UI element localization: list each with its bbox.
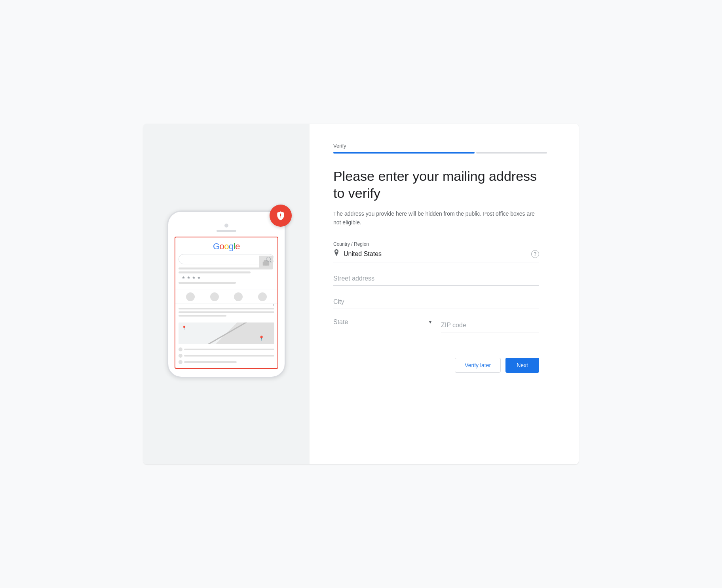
- location-pin-icon: [333, 249, 340, 259]
- page-subtext: The address you provide here will be hid…: [333, 209, 539, 227]
- web-icon-sm: [179, 360, 182, 364]
- main-container: Google: [143, 124, 579, 464]
- phone-mockup: Google: [167, 211, 286, 378]
- share-circle-icon: [258, 292, 267, 301]
- street-address-input[interactable]: [333, 272, 539, 286]
- svg-rect-3: [265, 263, 267, 266]
- progress-segment-inactive: [476, 152, 547, 154]
- phone-speaker: [217, 230, 236, 232]
- map-pin-icon: 📍: [258, 336, 264, 341]
- google-logo: Google: [213, 241, 240, 252]
- help-icon[interactable]: ?: [531, 250, 539, 258]
- info-row-clock: [179, 347, 274, 351]
- city-input[interactable]: [333, 295, 539, 309]
- right-panel: Verify Please enter your mailing address…: [310, 124, 579, 464]
- google-logo-row: Google: [175, 237, 277, 254]
- state-select[interactable]: State ▾: [333, 319, 431, 329]
- info-row-web: [179, 360, 274, 364]
- zip-field: [441, 319, 539, 332]
- progress-section: Verify: [333, 143, 547, 154]
- shield-icon: [276, 211, 286, 221]
- country-value: United States: [344, 250, 531, 258]
- progress-bar: [333, 152, 547, 154]
- shield-badge: [270, 205, 292, 227]
- left-panel: Google: [143, 124, 310, 464]
- page-heading: Please enter your mailing address to ver…: [333, 168, 547, 201]
- button-row: Verify later Next: [333, 358, 539, 373]
- step-label: Verify: [333, 143, 547, 149]
- clock-icon-sm: [179, 347, 182, 351]
- country-label: Country / Region: [333, 241, 539, 247]
- stars-row: ★ ★ ★ ★: [179, 275, 274, 282]
- phone-circle-icon: [186, 292, 195, 301]
- street-field-group: [333, 272, 539, 286]
- phone-screen: Google: [175, 237, 278, 369]
- phone-camera: [224, 224, 228, 228]
- country-field-row: United States ?: [333, 249, 539, 262]
- svg-point-0: [280, 216, 281, 217]
- map-pin-left-icon: 📍: [182, 326, 186, 330]
- chevron-icon: ›: [273, 302, 274, 308]
- zip-input[interactable]: [441, 319, 539, 332]
- state-placeholder: State: [333, 319, 429, 326]
- phone-icon-sm: [179, 354, 182, 358]
- address-form: Country / Region United States ?: [333, 241, 539, 342]
- map-block: 📍 📍: [179, 322, 274, 344]
- search-icon-mockup: [266, 257, 271, 262]
- save-circle-icon: [234, 292, 243, 301]
- progress-segment-active: [333, 152, 475, 154]
- text-block-1: ›: [175, 305, 277, 321]
- state-zip-group: State ▾: [333, 319, 539, 332]
- icon-row: [175, 290, 277, 304]
- city-field-group: [333, 295, 539, 309]
- info-rows: [175, 346, 277, 368]
- directions-circle-icon: [210, 292, 219, 301]
- state-field: State ▾: [333, 319, 431, 332]
- next-button[interactable]: Next: [505, 358, 539, 373]
- info-row-phone: [179, 354, 274, 358]
- verify-later-button[interactable]: Verify later: [455, 358, 501, 373]
- dropdown-arrow-icon: ▾: [429, 319, 431, 325]
- content-lines: ★ ★ ★ ★: [175, 267, 277, 288]
- country-field-group: Country / Region United States ?: [333, 241, 539, 262]
